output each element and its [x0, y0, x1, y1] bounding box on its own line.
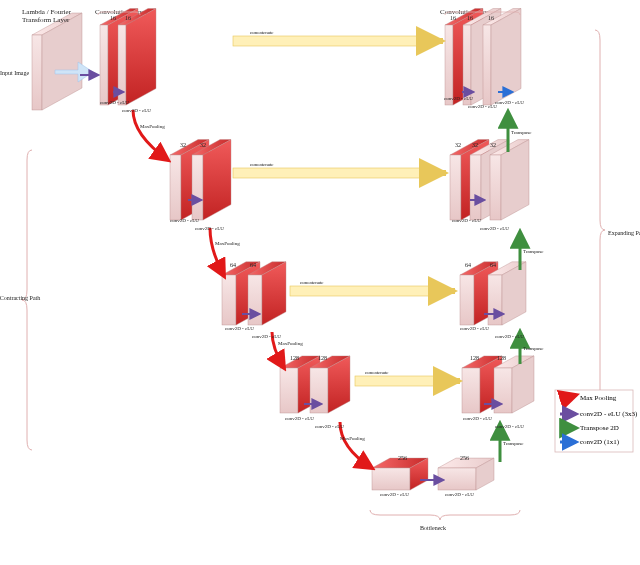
dec1-ch-a: 16 — [450, 15, 456, 21]
convop-dec2b: conv2D - eLU — [480, 226, 509, 231]
convop-enc4b: conv2D - eLU — [315, 424, 344, 429]
convop-dec1a: conv2D - eLU — [444, 96, 473, 101]
convop-enc4a: conv2D - eLU — [285, 416, 314, 421]
architecture-diagram: Lambda / FourierTransform Layer Input Im… — [0, 0, 640, 565]
svg-rect-21 — [233, 36, 433, 46]
svg-text:concatenate: concatenate — [300, 280, 324, 285]
concat-bar-2: concatenate — [233, 162, 446, 178]
convop-dec4b: conv2D - eLU — [495, 424, 524, 429]
svg-rect-16 — [310, 368, 328, 413]
svg-rect-25 — [290, 286, 445, 296]
svg-rect-18 — [494, 368, 512, 413]
transpose-label-2: Transpose — [523, 249, 544, 254]
svg-rect-0 — [32, 35, 42, 110]
transpose-label-3: Transpose — [523, 346, 544, 351]
svg-rect-3 — [445, 25, 453, 105]
legend-conv1: conv2D (1x1) — [580, 438, 620, 446]
enc2-ch-b: 32 — [200, 142, 206, 148]
maxpool-label-4: MaxPooling — [340, 436, 365, 441]
svg-rect-9 — [470, 155, 481, 220]
legend-transpose: Transpose 2D — [580, 424, 619, 432]
svg-rect-7 — [192, 155, 203, 220]
convop-enc2a: conv2D - eLU — [170, 218, 199, 223]
legend-box: Max Pooling conv2D - eLU (3x3) Transpose… — [555, 390, 638, 452]
dec3-ch-a: 64 — [465, 262, 471, 268]
convop-enc3b: conv2D - eLU — [252, 334, 281, 339]
svg-text:concatenate: concatenate — [250, 162, 274, 167]
lambda-block — [32, 13, 82, 110]
maxpool-label-3: MaxPooling — [278, 341, 303, 346]
svg-rect-12 — [248, 275, 262, 325]
svg-rect-23 — [233, 168, 436, 178]
convop-dec3a: conv2D - eLU — [460, 326, 489, 331]
svg-rect-13 — [460, 275, 474, 325]
maxpool-label-2: MaxPooling — [215, 241, 240, 246]
dec2-ch-c: 32 — [490, 142, 496, 148]
lambda-label: Lambda / FourierTransform Layer — [22, 8, 72, 24]
bottleneck-block-a — [372, 458, 428, 490]
convop-bnb: conv2D - eLU — [445, 492, 474, 497]
convop-enc2b: conv2D - eLU — [195, 226, 224, 231]
svg-text:concatenate: concatenate — [365, 370, 389, 375]
svg-rect-14 — [488, 275, 502, 325]
svg-rect-8 — [450, 155, 461, 220]
enc4-ch-a: 128 — [290, 355, 299, 361]
svg-rect-5 — [483, 25, 491, 105]
concat-bar-1: concatenate — [233, 30, 443, 46]
dec4-ch-b: 128 — [497, 355, 506, 361]
enc1-ch-a: 16 — [110, 15, 116, 21]
maxpool-label-1: MaxPooling — [140, 124, 165, 129]
enc3-ch-a: 64 — [230, 262, 236, 268]
svg-rect-6 — [170, 155, 181, 220]
svg-rect-15 — [280, 368, 298, 413]
enc2-block-b — [192, 140, 231, 220]
svg-text:concatenate: concatenate — [250, 30, 274, 35]
input-image-label: Input Image — [0, 70, 29, 76]
svg-rect-11 — [222, 275, 236, 325]
bottleneck-ch-b: 256 — [460, 455, 469, 461]
svg-rect-19 — [372, 468, 410, 490]
dec1-ch-b: 16 — [467, 15, 473, 21]
svg-rect-17 — [462, 368, 480, 413]
bottleneck-ch-a: 256 — [398, 455, 407, 461]
enc3-ch-b: 64 — [250, 262, 256, 268]
svg-rect-1 — [100, 25, 108, 105]
convop-bna: conv2D - eLU — [380, 492, 409, 497]
convop-enc3a: conv2D - eLU — [225, 326, 254, 331]
legend-conv: conv2D - eLU (3x3) — [580, 410, 638, 418]
bottleneck-label: Bottleneck — [420, 525, 446, 531]
dec2-ch-b: 32 — [472, 142, 478, 148]
legend-maxpool: Max Pooling — [580, 394, 617, 402]
dec3-ch-b: 64 — [490, 262, 496, 268]
maxpool-arrow-4 — [340, 422, 372, 468]
enc1-ch-b: 16 — [125, 15, 131, 21]
convop-dec3b: conv2D - eLU — [495, 334, 524, 339]
concat-bar-3: concatenate — [290, 280, 455, 296]
dec1-block-c — [483, 9, 521, 106]
concat-bar-4: concatenate — [355, 370, 460, 386]
contracting-path-label: Contracting Path — [0, 295, 40, 301]
bottleneck-block-b — [438, 458, 494, 490]
transpose-label-4: Transpose — [503, 441, 524, 446]
dec2-ch-a: 32 — [455, 142, 461, 148]
convop-dec4a: conv2D - eLU — [463, 416, 492, 421]
dec1-ch-c: 16 — [488, 15, 494, 21]
convop-dec2a: conv2D - eLU — [452, 218, 481, 223]
convop-enc1a: conv2D - eLU — [100, 100, 129, 105]
convop-enc1b: conv2D - eLU — [122, 108, 151, 113]
expanding-path-label: Expanding Path — [608, 230, 640, 236]
enc2-ch-a: 32 — [180, 142, 186, 148]
enc1-block-b — [118, 9, 156, 106]
enc4-ch-b: 128 — [318, 355, 327, 361]
dec4-ch-a: 128 — [470, 355, 479, 361]
maxpool-arrow-1 — [133, 110, 168, 160]
svg-rect-27 — [355, 376, 450, 386]
convop-dec1c: conv2D - eLU — [495, 100, 524, 105]
bottleneck-bracket — [370, 510, 520, 520]
convop-dec1b: conv2D - eLU — [468, 104, 497, 109]
transpose-label-1: Transpose — [511, 130, 532, 135]
expanding-bracket — [595, 30, 605, 440]
svg-rect-10 — [490, 155, 501, 220]
svg-rect-20 — [438, 468, 476, 490]
maxpool-arrow-2 — [210, 228, 224, 276]
